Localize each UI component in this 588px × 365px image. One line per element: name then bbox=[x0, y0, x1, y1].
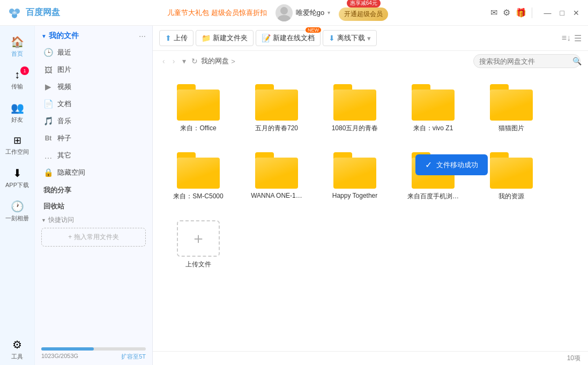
sidebar-tools-label: 工具 bbox=[11, 353, 23, 361]
topbar-divider bbox=[532, 8, 532, 18]
recycle-link[interactable]: 回收站 bbox=[35, 197, 152, 213]
app-title: 百度网盘 bbox=[26, 7, 60, 18]
folder-icon bbox=[333, 152, 376, 189]
breadcrumb-bar: ‹ › ▾ ↻ 我的网盘 > 🔍 bbox=[153, 51, 588, 71]
tools-icon: ⚙ bbox=[12, 338, 22, 351]
file-item[interactable]: 来自：SM-C5000 bbox=[163, 148, 233, 205]
file-item[interactable]: 猫猫图片 bbox=[477, 80, 546, 137]
nav-item-torrent[interactable]: Bt 种子 bbox=[35, 130, 152, 147]
topbar-center: 儿童节大礼包 超级会员惊喜折扣 唯爱纶go ▾ 惠享减64元 开通超级会员 bbox=[71, 4, 485, 21]
sidebar-friends-label: 好友 bbox=[11, 116, 23, 124]
nav-item-video[interactable]: ▶ 视频 bbox=[35, 78, 152, 95]
sort-icon[interactable]: ≡↓ bbox=[562, 33, 571, 43]
back-button[interactable]: ‹ bbox=[160, 56, 167, 66]
toast-check-icon: ✓ bbox=[425, 160, 432, 170]
folder-icon bbox=[255, 152, 298, 189]
file-item[interactable]: WANNA ONE-1… bbox=[242, 148, 311, 205]
home-icon: 🏠 bbox=[11, 35, 24, 48]
vip-section: 惠享减64元 开通超级会员 bbox=[339, 4, 388, 21]
sidebar-item-home[interactable]: 🏠 首页 bbox=[0, 31, 34, 62]
search-input[interactable] bbox=[479, 57, 569, 65]
torrent-icon: Bt bbox=[43, 135, 53, 142]
file-item[interactable]: ＋ 上传文件 bbox=[163, 216, 233, 273]
settings-icon[interactable]: ⚙ bbox=[503, 8, 510, 18]
path-dropdown-icon[interactable]: ▾ bbox=[180, 56, 188, 66]
drop-zone[interactable]: + 拖入常用文件夹 bbox=[41, 228, 146, 247]
file-item[interactable]: 来自：Office bbox=[163, 80, 233, 137]
maximize-button[interactable]: □ bbox=[558, 9, 567, 17]
workspace-icon: ⊞ bbox=[13, 135, 21, 146]
list-view-icon[interactable]: ☰ bbox=[574, 33, 582, 43]
sidebar-bottom: ⚙ 工具 bbox=[11, 334, 23, 365]
offline-dl-icon: ⬇ bbox=[329, 34, 335, 42]
sidebar-appdownload-label: APP下载 bbox=[5, 181, 29, 189]
content-wrapper: ✓ 文件移动成功 来自：Office 五月的青春720 1080五月的青春 bbox=[153, 71, 588, 351]
sidebar-item-transfer[interactable]: ↕ 1 传输 bbox=[0, 64, 34, 95]
nav-item-docs[interactable]: 📄 文档 bbox=[35, 95, 152, 113]
file-item[interactable]: Happy Together bbox=[320, 148, 390, 205]
mail-icon[interactable]: ✉ bbox=[490, 8, 497, 18]
torrent-label: 种子 bbox=[57, 133, 71, 143]
gift-icon[interactable]: 🎁 bbox=[516, 8, 526, 18]
search-box: 🔍 bbox=[473, 54, 580, 68]
file-name: 上传文件 bbox=[185, 260, 211, 269]
file-grid: 来自：Office 五月的青春720 1080五月的青春 来自：vivo Z1 bbox=[153, 71, 588, 351]
nav-item-recent[interactable]: 🕒 最近 bbox=[35, 44, 152, 61]
vip-button[interactable]: 开通超级会员 bbox=[339, 8, 388, 21]
content-area: ⬆ 上传 📁 新建文件夹 📝 新建在线文档 NEW ⬇ 离线下载 ▾ ≡↓ ☰ bbox=[153, 26, 588, 365]
offline-dl-button[interactable]: ⬇ 离线下载 ▾ bbox=[323, 30, 377, 46]
recent-icon: 🕒 bbox=[43, 48, 53, 57]
more-icon[interactable]: ⋯ bbox=[139, 32, 146, 40]
nav-item-other[interactable]: … 其它 bbox=[35, 147, 152, 164]
offline-dl-dropdown-icon: ▾ bbox=[367, 34, 371, 42]
upload-placeholder-icon[interactable]: ＋ bbox=[177, 220, 220, 257]
new-doc-button[interactable]: 📝 新建在线文档 NEW bbox=[256, 30, 321, 46]
svg-point-4 bbox=[280, 7, 288, 14]
new-folder-icon: 📁 bbox=[202, 34, 211, 42]
file-item[interactable]: 来自：vivo Z1 bbox=[398, 80, 468, 137]
avatar bbox=[276, 4, 293, 21]
folder-icon bbox=[177, 152, 220, 189]
nav-item-music[interactable]: 🎵 音乐 bbox=[35, 113, 152, 130]
expand-btn[interactable]: 扩容至5T bbox=[121, 353, 146, 361]
file-item[interactable]: 1080五月的青春 bbox=[320, 80, 390, 137]
file-name: 来自：SM-C5000 bbox=[173, 192, 223, 201]
breadcrumb-root[interactable]: 我的网盘 bbox=[201, 56, 229, 66]
new-doc-badge: NEW bbox=[306, 27, 321, 33]
sidebar-item-album[interactable]: 🕐 一刻相册 bbox=[0, 196, 34, 227]
other-label: 其它 bbox=[57, 151, 71, 160]
music-icon: 🎵 bbox=[43, 116, 53, 126]
upload-button[interactable]: ⬆ 上传 bbox=[159, 30, 193, 46]
nav-item-images[interactable]: 🖼 图片 bbox=[35, 61, 152, 78]
sidebar-item-appdownload[interactable]: ⬇ APP下载 bbox=[0, 162, 34, 193]
file-name: 猫猫图片 bbox=[498, 124, 524, 133]
file-name: 来自：vivo Z1 bbox=[413, 124, 453, 133]
nav-item-hidden[interactable]: 🔒 隐藏空间 bbox=[35, 164, 152, 181]
my-files-label[interactable]: 我的文件 bbox=[41, 31, 79, 41]
new-folder-button[interactable]: 📁 新建文件夹 bbox=[196, 30, 254, 46]
topbar-right: ✉ ⚙ 🎁 — □ ✕ bbox=[490, 8, 582, 18]
search-icon[interactable]: 🔍 bbox=[572, 57, 582, 65]
sidebar-item-workspace[interactable]: ⊞ 工作空间 bbox=[0, 130, 34, 160]
main-layout: 🏠 首页 ↕ 1 传输 👥 好友 ⊞ 工作空间 ⬇ APP下载 🕐 一刻相册 ⚙… bbox=[0, 26, 588, 365]
user-dropdown-icon[interactable]: ▾ bbox=[328, 10, 330, 16]
close-button[interactable]: ✕ bbox=[571, 9, 582, 17]
minimize-button[interactable]: — bbox=[542, 9, 554, 17]
friends-icon: 👥 bbox=[11, 101, 24, 114]
toast-message: 文件移动成功 bbox=[436, 160, 478, 170]
album-icon: 🕐 bbox=[11, 200, 24, 213]
docs-label: 文档 bbox=[57, 99, 71, 109]
file-name: 五月的青春720 bbox=[255, 124, 298, 133]
hidden-icon: 🔒 bbox=[43, 168, 53, 177]
video-icon: ▶ bbox=[43, 82, 53, 92]
sidebar-item-tools[interactable]: ⚙ 工具 bbox=[11, 334, 23, 365]
my-share-link[interactable]: 我的分享 bbox=[35, 181, 152, 197]
status-bar: 10项 bbox=[153, 351, 588, 365]
sidebar-item-friends[interactable]: 👥 好友 bbox=[0, 97, 34, 128]
refresh-button[interactable]: ↻ bbox=[191, 57, 198, 65]
baidu-logo-icon bbox=[6, 5, 23, 21]
user-area[interactable]: 唯爱纶go ▾ bbox=[276, 4, 330, 21]
forward-button[interactable]: › bbox=[170, 56, 177, 66]
file-name: WANNA ONE-1… bbox=[251, 192, 302, 199]
file-item[interactable]: 五月的青春720 bbox=[242, 80, 311, 137]
